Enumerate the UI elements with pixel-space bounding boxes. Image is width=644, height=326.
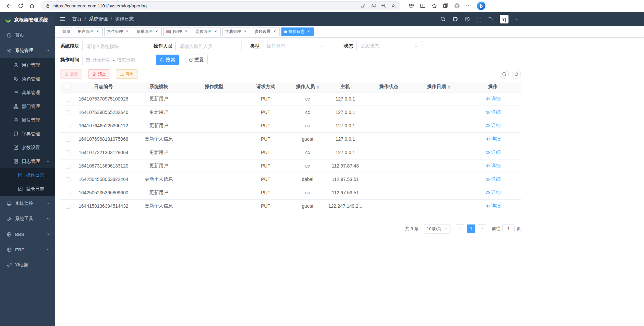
more-menu-icon[interactable] xyxy=(466,3,471,9)
collections-icon[interactable] xyxy=(443,3,448,9)
next-page-button[interactable] xyxy=(478,224,486,233)
home-button[interactable] xyxy=(27,1,37,11)
sidebar-item-home[interactable]: 首页 xyxy=(0,27,55,43)
address-bar[interactable]: https://ccnetcore.com:1101/system/log/op… xyxy=(41,1,400,10)
close-icon[interactable]: × xyxy=(154,29,159,34)
close-icon[interactable]: × xyxy=(125,29,129,34)
read-aloud-icon[interactable] xyxy=(371,3,376,8)
detail-link[interactable]: 详细 xyxy=(485,203,501,209)
search-button[interactable]: 搜索 xyxy=(156,55,179,65)
tab-1[interactable]: 用户管理× xyxy=(75,27,103,36)
user-avatar[interactable]: Yj xyxy=(500,15,508,23)
page-number-current[interactable]: 1 xyxy=(467,224,475,233)
sidebar-item-erp[interactable]: ERP xyxy=(0,242,55,257)
tab-0[interactable]: 首页 xyxy=(60,27,73,36)
reload-button[interactable] xyxy=(15,1,25,11)
date-range-input[interactable]: 开始日期 - 结束日期 xyxy=(82,55,145,65)
close-icon[interactable]: × xyxy=(184,29,189,34)
export-button[interactable]: 导出 xyxy=(116,69,138,79)
browser-essentials-icon[interactable] xyxy=(409,3,414,9)
row-checkbox[interactable] xyxy=(66,137,70,142)
url-text[interactable]: https://ccnetcore.com:1101/system/log/op… xyxy=(53,3,358,8)
row-checkbox[interactable] xyxy=(66,204,70,209)
detail-link[interactable]: 详细 xyxy=(485,190,501,196)
sidebar-item-user-management[interactable]: 用户管理 xyxy=(0,58,55,72)
close-icon[interactable]: × xyxy=(272,29,277,34)
sidebar-item-bbs[interactable]: BBS xyxy=(0,226,55,242)
row-checkbox[interactable] xyxy=(66,124,70,128)
select-all-checkbox[interactable] xyxy=(66,85,70,89)
clear-button[interactable]: 清空 xyxy=(88,69,110,79)
fullscreen-button[interactable] xyxy=(476,16,482,22)
sidebar-item-system-monitor[interactable]: 系统监控 xyxy=(0,196,55,211)
page-size-select[interactable]: 10条/页 xyxy=(424,224,450,234)
row-checkbox[interactable] xyxy=(66,97,70,102)
row-checkbox[interactable] xyxy=(66,191,70,195)
close-icon[interactable]: × xyxy=(95,29,100,34)
sidebar-item-post-management[interactable]: 岗位管理 xyxy=(0,113,55,127)
sidebar-item-dict-management[interactable]: 字典管理 xyxy=(0,127,55,141)
sidebar-item-log-management[interactable]: 日志管理 xyxy=(0,154,55,168)
sidebar-item-system-management[interactable]: 系统管理 xyxy=(0,43,55,58)
delete-button[interactable]: 删除 xyxy=(60,69,82,79)
split-screen-icon[interactable] xyxy=(420,3,426,9)
detail-link[interactable]: 详细 xyxy=(485,96,501,102)
tab-6[interactable]: 字典管理× xyxy=(222,27,250,36)
tab-8[interactable]: 操作日志× xyxy=(281,27,314,36)
tab-3[interactable]: 菜单管理× xyxy=(134,27,162,36)
password-key-icon[interactable] xyxy=(361,3,366,8)
row-checkbox[interactable] xyxy=(66,110,70,115)
breadcrumb-item[interactable]: 首页 xyxy=(72,16,82,22)
table-refresh-button[interactable] xyxy=(512,70,521,79)
table-search-toggle-button[interactable] xyxy=(500,70,509,79)
sidebar-item-role-management[interactable]: 角色管理 xyxy=(0,72,55,86)
close-icon[interactable]: × xyxy=(243,29,248,34)
sidebar-item-system-tools[interactable]: 系统工具 xyxy=(0,211,55,226)
sidebar-item-param-settings[interactable]: 参数设置 xyxy=(0,141,55,154)
github-link[interactable] xyxy=(452,16,458,22)
reset-button[interactable]: 重置 xyxy=(185,55,208,65)
sidebar-item-operation-log[interactable]: 操作日志 xyxy=(0,168,55,182)
detail-link[interactable]: 详细 xyxy=(485,136,501,142)
type-select[interactable]: 操作类型 xyxy=(263,41,328,51)
add-favorite-icon[interactable] xyxy=(391,3,396,8)
tab-7[interactable]: 参数设置× xyxy=(252,27,280,36)
avatar-dropdown-caret[interactable] xyxy=(515,17,519,21)
sidebar-item-dept-management[interactable]: 部门管理 xyxy=(0,100,55,113)
goto-page-input[interactable] xyxy=(502,224,515,233)
profile-avatar[interactable] xyxy=(454,3,460,9)
collapse-sidebar-button[interactable] xyxy=(55,12,71,26)
prev-page-button[interactable] xyxy=(456,224,464,233)
sidebar-item-menu-management[interactable]: 菜单管理 xyxy=(0,86,55,100)
sidebar-item-login-log[interactable]: 登录日志 xyxy=(0,182,55,196)
operator-input[interactable] xyxy=(175,41,242,51)
tab-5[interactable]: 岗位管理× xyxy=(193,27,221,36)
close-icon[interactable]: × xyxy=(213,29,218,34)
column-header-4[interactable]: 操作人员 xyxy=(289,82,326,92)
bing-icon[interactable]: b xyxy=(477,2,485,10)
row-checkbox[interactable] xyxy=(66,164,70,169)
tab-4[interactable]: 部门管理× xyxy=(163,27,191,36)
detail-link[interactable]: 详细 xyxy=(485,123,501,129)
row-checkbox[interactable] xyxy=(66,150,70,155)
font-size-button[interactable] xyxy=(488,16,493,22)
detail-link[interactable]: 详细 xyxy=(485,163,501,169)
help-button[interactable] xyxy=(465,16,470,22)
detail-link[interactable]: 详细 xyxy=(485,149,501,155)
tab-2[interactable]: 角色管理× xyxy=(104,27,132,36)
zoom-icon[interactable] xyxy=(381,3,386,8)
close-icon[interactable]: × xyxy=(306,29,311,34)
row-checkbox[interactable] xyxy=(66,177,70,182)
sort-icon[interactable] xyxy=(317,85,319,89)
column-header-7[interactable]: 操作日期 xyxy=(413,82,465,92)
back-button[interactable] xyxy=(4,1,14,11)
sidebar-item-yi-framework[interactable]: Yi框架 xyxy=(0,257,55,273)
detail-link[interactable]: 详细 xyxy=(485,109,501,115)
sort-icon[interactable] xyxy=(448,85,450,89)
status-select[interactable]: 日志状态 xyxy=(356,41,422,51)
breadcrumb-item[interactable]: 系统管理 xyxy=(89,16,108,22)
detail-link[interactable]: 详细 xyxy=(485,176,501,182)
module-input[interactable] xyxy=(82,41,144,51)
header-search-button[interactable] xyxy=(440,16,446,22)
favorites-icon[interactable] xyxy=(431,3,437,9)
